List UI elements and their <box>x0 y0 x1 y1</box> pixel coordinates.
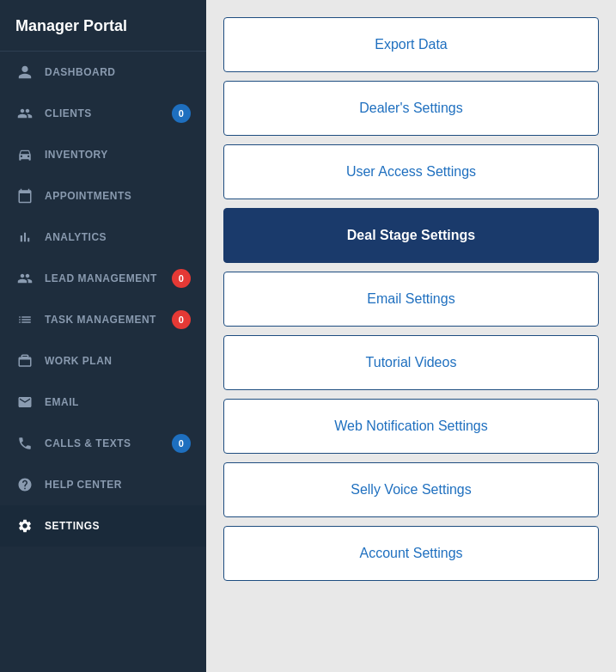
sidebar-item-analytics[interactable]: ANALYTICS <box>0 217 206 258</box>
sidebar-label-settings: SETTINGS <box>45 520 100 532</box>
app-title: Manager Portal <box>0 0 206 52</box>
sidebar-item-task-management[interactable]: TASK MANAGEMENT 0 <box>0 299 206 340</box>
sidebar-item-lead-management[interactable]: LEAD MANAGEMENT 0 <box>0 258 206 299</box>
lead-management-badge: 0 <box>172 269 191 288</box>
sidebar-item-work-plan[interactable]: WORK PLAN <box>0 340 206 382</box>
sidebar-item-appointments[interactable]: APPOINTMENTS <box>0 175 206 217</box>
sidebar-label-lead-management: LEAD MANAGEMENT <box>45 272 157 284</box>
group-icon <box>15 104 34 123</box>
selly-voice-settings-button[interactable]: Selly Voice Settings <box>223 462 599 517</box>
sidebar-label-calls-texts: CALLS & TEXTS <box>45 437 131 449</box>
email-settings-button[interactable]: Email Settings <box>223 272 599 327</box>
briefcase-icon <box>15 351 34 370</box>
sidebar-label-dashboard: DASHBOARD <box>45 66 116 78</box>
sidebar-item-inventory[interactable]: INVENTORY <box>0 134 206 175</box>
calendar-icon <box>15 186 34 205</box>
sidebar-item-calls-texts[interactable]: CALLS & TEXTS 0 <box>0 423 206 464</box>
car-icon <box>15 145 34 164</box>
account-settings-button[interactable]: Account Settings <box>223 526 599 581</box>
deal-stage-settings-button[interactable]: Deal Stage Settings <box>223 208 599 263</box>
dealers-settings-button[interactable]: Dealer's Settings <box>223 81 599 136</box>
tutorial-videos-button[interactable]: Tutorial Videos <box>223 335 599 390</box>
sidebar-label-task-management: TASK MANAGEMENT <box>45 314 156 326</box>
chart-icon <box>15 228 34 247</box>
sidebar-label-clients: CLIENTS <box>45 107 92 119</box>
sidebar-label-inventory: INVENTORY <box>45 149 108 161</box>
task-management-badge: 0 <box>172 310 191 329</box>
gear-icon <box>15 516 34 535</box>
sidebar-item-clients[interactable]: CLIENTS 0 <box>0 93 206 134</box>
list-icon <box>15 310 34 329</box>
main-content: Export Data Dealer's Settings User Acces… <box>206 0 616 672</box>
envelope-icon <box>15 393 34 412</box>
clients-badge: 0 <box>172 104 191 123</box>
sidebar-item-dashboard[interactable]: DASHBOARD <box>0 52 206 93</box>
sidebar-label-analytics: ANALYTICS <box>45 231 107 243</box>
sidebar-label-appointments: APPOINTMENTS <box>45 190 131 202</box>
question-icon <box>15 475 34 494</box>
user-access-settings-button[interactable]: User Access Settings <box>223 144 599 199</box>
export-data-button[interactable]: Export Data <box>223 17 599 72</box>
sidebar-item-help-center[interactable]: HELP CENTER <box>0 464 206 505</box>
sidebar-label-email: EMAIL <box>45 396 79 408</box>
phone-icon <box>15 434 34 453</box>
sidebar-label-work-plan: WORK PLAN <box>45 355 113 367</box>
people-icon <box>15 269 34 288</box>
sidebar: Manager Portal DASHBOARD CLIENTS 0 INVEN… <box>0 0 206 672</box>
person-icon <box>15 63 34 82</box>
sidebar-item-email[interactable]: EMAIL <box>0 382 206 423</box>
sidebar-label-help-center: HELP CENTER <box>45 479 122 491</box>
calls-texts-badge: 0 <box>172 434 191 453</box>
sidebar-item-settings[interactable]: SETTINGS <box>0 505 206 547</box>
web-notification-settings-button[interactable]: Web Notification Settings <box>223 399 599 454</box>
